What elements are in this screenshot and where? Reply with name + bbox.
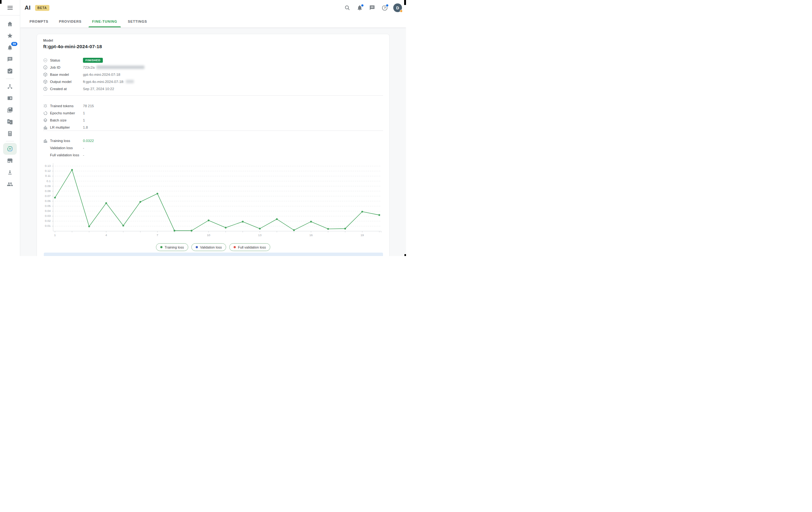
data-point[interactable]: [122, 225, 124, 227]
legend-item-full-validation-loss[interactable]: Full validation loss: [229, 243, 270, 251]
base-model-row: Base model gpt-4o-mini-2024-07-18: [43, 71, 383, 78]
sidebar-item-users[interactable]: [3, 178, 17, 190]
y-tick-label: 0.09: [45, 184, 51, 188]
screen-artifact: [404, 254, 406, 256]
model-cube-icon: [43, 80, 48, 84]
fine-tuning-job-card: Model ft:gpt-4o-mini-2024-07-18 Status F…: [37, 34, 389, 256]
x-tick-label: 4: [105, 233, 107, 237]
notification-dot: [361, 4, 364, 7]
data-point[interactable]: [54, 197, 56, 199]
sidebar-item-store[interactable]: [3, 155, 17, 167]
calculator-icon: [7, 131, 13, 137]
data-point[interactable]: [242, 221, 244, 223]
screen-artifact: [0, 0, 2, 4]
epochs-cycle-icon: [43, 111, 48, 115]
star-icon: [7, 33, 13, 39]
sidebar-item-favorites[interactable]: [3, 30, 17, 41]
sidebar-item-notifications[interactable]: 59: [3, 41, 17, 53]
hub-icon: [7, 83, 13, 89]
lr-multiplier-value: 1.8: [83, 125, 88, 129]
sidebar-item-ai-finetuning-active[interactable]: [3, 143, 17, 155]
legend-item-training-loss[interactable]: Training loss: [156, 243, 188, 251]
trained-tokens-label: Trained tokens: [50, 104, 83, 108]
data-point[interactable]: [105, 202, 107, 204]
data-point[interactable]: [208, 220, 210, 222]
training-loss-label: Training loss: [50, 139, 83, 143]
data-point[interactable]: [225, 227, 227, 229]
bottom-info-banner: [44, 253, 383, 256]
model-name: ft:gpt-4o-mini-2024-07-18: [43, 44, 102, 49]
y-tick-label: 0.13: [45, 164, 51, 167]
y-tick-label: 0.1: [47, 179, 51, 183]
sidebar-item-translate[interactable]: Gx: [3, 116, 17, 128]
menu-icon[interactable]: [7, 6, 13, 10]
grain-icon: [43, 104, 48, 108]
y-tick-label: 0.03: [45, 214, 51, 218]
data-point[interactable]: [191, 230, 193, 232]
y-tick-label: 0.08: [45, 189, 51, 193]
beta-badge: BETA: [35, 5, 49, 11]
legend-dot-red: [234, 246, 236, 248]
x-tick-label: 19: [361, 233, 364, 237]
tab-fine-tuning[interactable]: FINE-TUNING: [92, 16, 118, 27]
epochs-row: Epochs number 1: [43, 109, 383, 116]
data-point[interactable]: [378, 214, 380, 216]
tab-settings[interactable]: SETTINGS: [127, 16, 148, 27]
y-tick-label: 0.04: [45, 209, 51, 212]
data-point[interactable]: [327, 228, 329, 230]
sidebar-item-tasks[interactable]: [3, 65, 17, 77]
x-tick-label: 13: [258, 233, 262, 237]
search-button[interactable]: [344, 4, 351, 11]
tab-prompts[interactable]: PROMPTS: [29, 16, 49, 27]
sidebar-item-chats[interactable]: [3, 53, 17, 65]
data-point[interactable]: [293, 229, 295, 231]
help-button[interactable]: ?: [381, 4, 388, 11]
base-model-label: Base model: [50, 73, 83, 77]
home-icon: [7, 21, 13, 27]
trained-tokens-value: 78 215: [83, 104, 94, 108]
y-tick-label: 0.06: [45, 199, 51, 203]
lr-multiplier-row: LR multiplier 1.8: [43, 124, 383, 131]
layers-icon: [43, 118, 48, 122]
legend-item-validation-loss[interactable]: Validation loss: [191, 243, 226, 251]
data-point[interactable]: [259, 228, 261, 230]
x-tick-label: 10: [207, 233, 210, 237]
loss-chart: 0.010.020.030.040.050.060.070.080.090.10…: [39, 163, 388, 240]
ai-sparkle-icon: [6, 145, 13, 152]
data-point[interactable]: [310, 221, 312, 223]
legend-dot-blue: [196, 246, 198, 248]
y-tick-label: 0.05: [45, 204, 51, 207]
avatar[interactable]: D: [393, 3, 402, 12]
messages-button[interactable]: [369, 4, 376, 11]
tab-providers[interactable]: PROVIDERS: [58, 16, 82, 27]
notifications-button[interactable]: [356, 4, 364, 11]
help-dot: [386, 4, 388, 7]
full-validation-loss-value: -: [83, 153, 84, 157]
output-model-row: Output model ft:gpt-4o-mini-2024-07-18:: [43, 78, 383, 85]
data-point[interactable]: [156, 193, 158, 195]
data-point[interactable]: [140, 201, 141, 203]
data-point[interactable]: [174, 230, 175, 232]
avatar-initial: D: [396, 6, 399, 10]
sidebar-item-library[interactable]: [3, 104, 17, 116]
x-tick-label: 16: [310, 233, 313, 237]
screen-artifact: [404, 0, 406, 5]
data-point[interactable]: [361, 211, 363, 212]
sidebar-item-calculator[interactable]: [3, 128, 17, 140]
sidebar-item-hub[interactable]: [3, 81, 17, 92]
sidebar-item-panel[interactable]: [3, 92, 17, 104]
data-point[interactable]: [344, 228, 346, 230]
people-icon: [7, 181, 13, 187]
job-id-label: Job ID: [50, 65, 83, 69]
sidebar-item-download[interactable]: [3, 167, 17, 178]
data-point[interactable]: [276, 219, 278, 220]
batch-size-row: Batch size 1: [43, 116, 383, 124]
sidebar-item-home[interactable]: [3, 18, 17, 30]
data-point[interactable]: [88, 226, 90, 227]
sidebar-menu-area: [0, 0, 20, 16]
data-point[interactable]: [71, 169, 73, 171]
output-model-label: Output model: [50, 80, 83, 84]
trained-tokens-row: Trained tokens 78 215: [43, 102, 383, 109]
batch-size-value: 1: [83, 118, 85, 122]
legend-label: Full validation loss: [238, 246, 266, 249]
